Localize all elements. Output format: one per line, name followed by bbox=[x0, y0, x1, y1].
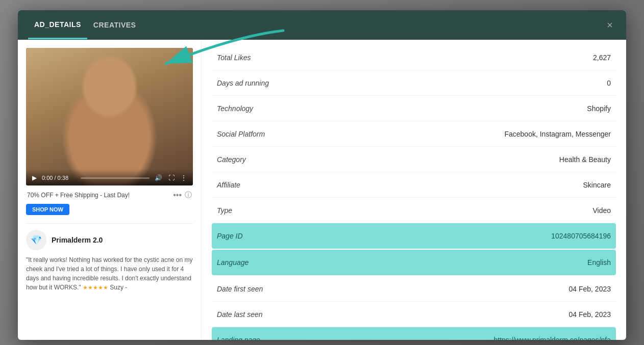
time-display: 0:00 / 0:38 bbox=[42, 175, 77, 181]
ad-caption-text: 70% OFF + Free Shipping - Last Day! bbox=[27, 192, 130, 199]
detail-rows: Total Likes2,627Days ad running0Technolo… bbox=[212, 45, 616, 340]
right-panel: Total Likes2,627Days ad running0Technolo… bbox=[202, 40, 626, 340]
detail-value-language: English bbox=[587, 258, 611, 267]
detail-row-total_likes: Total Likes2,627 bbox=[212, 45, 616, 70]
detail-row-date_last_seen: Date last seen04 Feb, 2023 bbox=[212, 302, 616, 327]
progress-bar[interactable] bbox=[81, 177, 150, 179]
close-button[interactable]: × bbox=[602, 17, 618, 33]
detail-value-category: Health & Beauty bbox=[559, 155, 611, 164]
detail-label-language: Language bbox=[217, 258, 249, 267]
detail-row-date_first_seen: Date first seen04 Feb, 2023 bbox=[212, 276, 616, 302]
ad-caption-row: 70% OFF + Free Shipping - Last Day! ••• … bbox=[26, 191, 193, 200]
video-controls: ▶ 0:00 / 0:38 🔊 ⛶ ⋮ bbox=[26, 169, 193, 185]
video-thumbnail bbox=[26, 48, 193, 185]
detail-value-days_running: 0 bbox=[607, 79, 611, 87]
detail-value-date_first_seen: 04 Feb, 2023 bbox=[568, 285, 611, 293]
detail-label-technology: Technology bbox=[217, 104, 253, 113]
detail-label-page_id: Page ID bbox=[217, 232, 243, 240]
detail-row-category: CategoryHealth & Beauty bbox=[212, 147, 616, 172]
detail-row-landing_page: Landing pagehttps://www.primalderm.co/pa… bbox=[212, 327, 616, 340]
review-text: "It really works! Nothing has worked for… bbox=[26, 255, 193, 292]
detail-label-total_likes: Total Likes bbox=[217, 54, 251, 62]
modal-dialog: AD_DETAILS CREATIVES × ▶ 0:00 / 0:38 bbox=[18, 10, 626, 340]
tab-bar: AD_DETAILS CREATIVES × bbox=[18, 10, 626, 40]
detail-label-social_platform: Social Platform bbox=[217, 130, 265, 138]
video-player[interactable]: ▶ 0:00 / 0:38 🔊 ⛶ ⋮ bbox=[26, 48, 193, 185]
detail-label-days_running: Days ad running bbox=[217, 79, 269, 87]
detail-value-type: Video bbox=[592, 206, 611, 215]
brand-icon: 💎 bbox=[26, 230, 46, 250]
video-frame bbox=[26, 48, 193, 185]
left-panel: ▶ 0:00 / 0:38 🔊 ⛶ ⋮ 70% OFF + Free Shipp… bbox=[18, 40, 202, 340]
detail-value-total_likes: 2,627 bbox=[593, 54, 611, 62]
fullscreen-button[interactable]: ⛶ bbox=[167, 173, 176, 182]
detail-value-date_last_seen: 04 Feb, 2023 bbox=[568, 310, 611, 319]
detail-row-affiliate: AffiliateSkincare bbox=[212, 172, 616, 198]
detail-label-category: Category bbox=[217, 155, 246, 164]
detail-row-language: LanguageEnglish bbox=[212, 250, 616, 275]
more-button[interactable]: ⋮ bbox=[180, 173, 188, 182]
detail-row-days_running: Days ad running0 bbox=[212, 70, 616, 96]
detail-value-technology: Shopify bbox=[587, 104, 611, 113]
detail-value-social_platform: Facebook, Instagram, Messenger bbox=[504, 130, 611, 138]
review-author: Suzy - bbox=[110, 284, 127, 291]
detail-row-type: TypeVideo bbox=[212, 198, 616, 223]
modal-body: ▶ 0:00 / 0:38 🔊 ⛶ ⋮ 70% OFF + Free Shipp… bbox=[18, 40, 626, 340]
detail-row-technology: TechnologyShopify bbox=[212, 96, 616, 121]
dots-icon[interactable]: ••• bbox=[173, 191, 182, 200]
detail-value-affiliate: Skincare bbox=[583, 181, 611, 189]
detail-value-page_id: 102480705684196 bbox=[551, 232, 611, 240]
brand-name: Primalderm 2.0 bbox=[52, 236, 103, 244]
tab-creatives[interactable]: CREATIVES bbox=[87, 12, 142, 38]
shop-now-button[interactable]: SHOP NOW bbox=[26, 204, 69, 215]
info-icon[interactable]: ⓘ bbox=[185, 191, 192, 200]
detail-value-landing_page[interactable]: https://www.primalderm.co/pages/nfa bbox=[493, 336, 611, 340]
detail-label-date_first_seen: Date first seen bbox=[217, 285, 263, 293]
volume-button[interactable]: 🔊 bbox=[154, 173, 163, 182]
detail-label-type: Type bbox=[217, 206, 232, 215]
review-stars: ★★★★★ bbox=[83, 284, 108, 290]
detail-label-affiliate: Affiliate bbox=[217, 181, 240, 189]
ad-caption-icons: ••• ⓘ bbox=[173, 191, 192, 200]
detail-label-landing_page: Landing page bbox=[217, 336, 260, 340]
detail-label-date_last_seen: Date last seen bbox=[217, 310, 263, 319]
tab-ad-details[interactable]: AD_DETAILS bbox=[28, 11, 87, 39]
brand-row: 💎 Primalderm 2.0 bbox=[26, 223, 193, 250]
play-button[interactable]: ▶ bbox=[31, 173, 38, 182]
shop-button-wrapper: SHOP NOW bbox=[26, 200, 193, 215]
detail-row-page_id: Page ID102480705684196 bbox=[212, 223, 616, 249]
detail-row-social_platform: Social PlatformFacebook, Instagram, Mess… bbox=[212, 121, 616, 147]
